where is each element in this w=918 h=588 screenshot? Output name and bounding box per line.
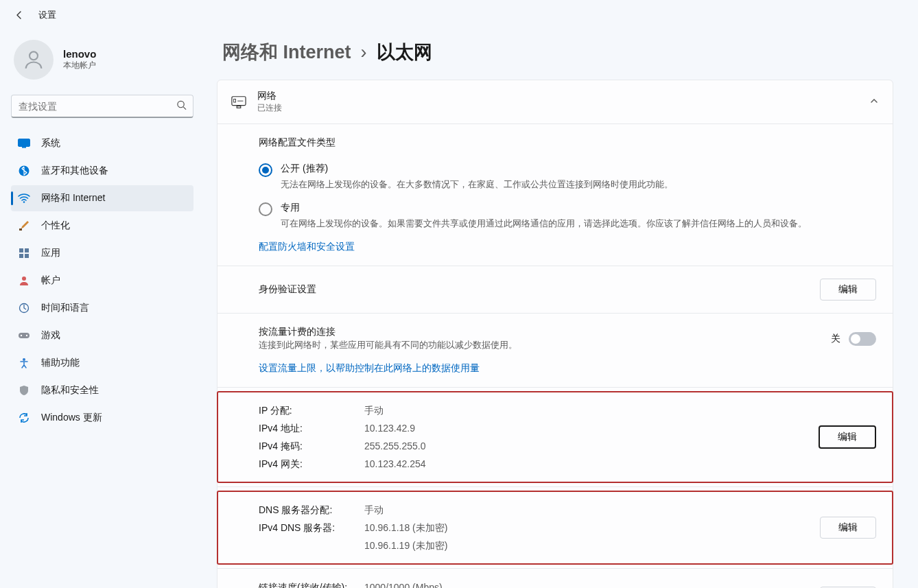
ethernet-panel: 网络 已连接 网络配置文件类型 公开 (推荐) 无法在网络上发现你的设备。在大多… [217,80,893,588]
profile-heading: 网络配置文件类型 [259,137,876,149]
user-block[interactable]: lenovo 本地帐户 [11,37,193,92]
titlebar: 设置 [0,0,918,30]
radio-private[interactable]: 专用 [259,202,876,215]
radio-label: 公开 (推荐) [281,163,328,175]
chevron-up-icon [869,96,879,108]
nav-item-apps[interactable]: 应用 [11,240,193,266]
firewall-link[interactable]: 配置防火墙和安全设置 [259,241,876,253]
search-icon [176,100,187,113]
radio-label: 专用 [281,202,300,214]
ip-assign-label: IP 分配: [259,401,364,419]
radio-public-desc: 无法在网络上发现你的设备。在大多数情况下，在家庭、工作或公共位置连接到网络时使用… [281,179,876,191]
svg-rect-3 [19,139,30,147]
back-button[interactable] [11,7,27,23]
svg-rect-20 [234,99,236,102]
ipv4-gw-label: IPv4 网关: [259,455,364,473]
nav-label: 网络和 Internet [41,192,105,204]
dns-assign-label: DNS 服务器分配: [259,501,364,519]
nav-item-accounts[interactable]: 帐户 [11,268,193,294]
network-status: 已连接 [257,102,282,114]
svg-point-1 [178,101,184,107]
nav-item-bluetooth[interactable]: 蓝牙和其他设备 [11,158,193,184]
metered-row: 按流量计费的连接 连接到此网络时，某些应用可能具有不同的功能以减少数据使用。 关 [259,314,876,355]
radio-icon [259,202,272,216]
svg-rect-7 [19,228,22,231]
chevron-right-icon: › [361,42,367,63]
svg-rect-10 [19,254,23,258]
panel-header[interactable]: 网络 已连接 [217,80,893,124]
edit-auth-button[interactable]: 编辑 [820,279,876,301]
ipv4-dns-label: IPv4 DNS 服务器: [259,519,364,537]
shield-icon [18,384,30,397]
nav: 系统 蓝牙和其他设备 网络和 Internet 个性化 应用 [11,130,193,431]
svg-rect-11 [25,254,29,258]
search-input[interactable] [11,95,193,118]
display-icon [18,137,30,150]
ipv4-dns-value-2: 10.96.1.19 (未加密) [364,537,447,554]
edit-ip-button[interactable]: 编辑 [819,425,876,449]
svg-point-15 [21,335,22,336]
ipv4-addr-label: IPv4 地址: [259,419,364,437]
nav-item-gaming[interactable]: 游戏 [11,322,193,349]
svg-rect-19 [237,106,241,108]
radio-public[interactable]: 公开 (推荐) [259,163,876,176]
nav-label: 帐户 [41,274,60,287]
nav-label: 时间和语言 [41,302,89,314]
svg-point-16 [26,335,27,336]
link-speed-value: 1000/1000 (Mbps) [364,578,443,588]
svg-point-12 [22,277,26,281]
breadcrumb: 网络和 Internet › 以太网 [217,40,893,64]
update-icon [18,412,30,424]
search-wrap [11,95,193,118]
paintbrush-icon [18,220,30,232]
ip-assign-value: 手动 [364,401,384,419]
gamepad-icon [18,329,30,342]
metered-title: 按流量计费的连接 [259,326,823,338]
nav-item-system[interactable]: 系统 [11,130,193,156]
dns-assign-value: 手动 [364,501,384,519]
apps-icon [18,247,30,259]
breadcrumb-parent[interactable]: 网络和 Internet [222,40,351,64]
nav-item-accessibility[interactable]: 辅助功能 [11,350,193,376]
ethernet-icon [231,95,246,109]
toggle-label: 关 [831,333,840,345]
bluetooth-icon [18,165,30,177]
nav-label: 隐私和安全性 [41,384,99,397]
ipv4-mask-label: IPv4 掩码: [259,437,364,455]
radio-private-desc: 可在网络上发现你的设备。如果需要文件共享或使用通过此网络通信的应用，请选择此选项… [281,218,876,230]
person-icon [22,48,45,71]
main-content: 网络和 Internet › 以太网 网络 已连接 [204,30,918,588]
radio-icon [259,163,272,177]
account-icon [18,274,30,287]
nav-item-windows-update[interactable]: Windows 更新 [11,405,193,431]
wifi-icon [18,192,30,204]
data-limit-link[interactable]: 设置流量上限，以帮助控制在此网络上的数据使用量 [259,362,876,375]
svg-rect-4 [22,147,26,148]
arrow-left-icon [14,10,25,21]
svg-rect-14 [19,333,30,338]
ipv4-mask-value: 255.255.255.0 [364,437,426,455]
connection-details-block: 链接速度(接收/传输):1000/1000 (Mbps) 本地链接 IPv6 地… [259,569,876,588]
panel-body: 网络配置文件类型 公开 (推荐) 无法在网络上发现你的设备。在大多数情况下，在家… [217,124,893,588]
metered-sub: 连接到此网络时，某些应用可能具有不同的功能以减少数据使用。 [259,340,823,351]
nav-item-network[interactable]: 网络和 Internet [11,185,193,211]
nav-label: 蓝牙和其他设备 [41,165,108,177]
breadcrumb-current: 以太网 [377,40,432,64]
edit-dns-button[interactable]: 编辑 [820,517,876,539]
nav-label: 游戏 [41,329,60,342]
nav-item-time-language[interactable]: 时间和语言 [11,295,193,321]
ip-settings-block: IP 分配:手动 IPv4 地址:10.123.42.9 IPv4 掩码:255… [217,392,893,482]
metered-toggle[interactable] [849,332,876,346]
svg-rect-9 [25,248,29,252]
ipv4-gw-value: 10.123.42.254 [364,455,426,473]
accessibility-icon [18,357,30,369]
nav-item-privacy[interactable]: 隐私和安全性 [11,377,193,403]
dns-settings-block: DNS 服务器分配:手动 IPv4 DNS 服务器:10.96.1.18 (未加… [217,491,893,564]
ipv4-dns-value-1: 10.96.1.18 (未加密) [364,519,447,537]
nav-label: 系统 [41,137,60,150]
nav-item-personalization[interactable]: 个性化 [11,213,193,239]
nav-label: Windows 更新 [41,412,102,424]
svg-line-2 [183,107,186,110]
window-title: 设置 [38,9,56,21]
nav-label: 应用 [41,247,60,259]
